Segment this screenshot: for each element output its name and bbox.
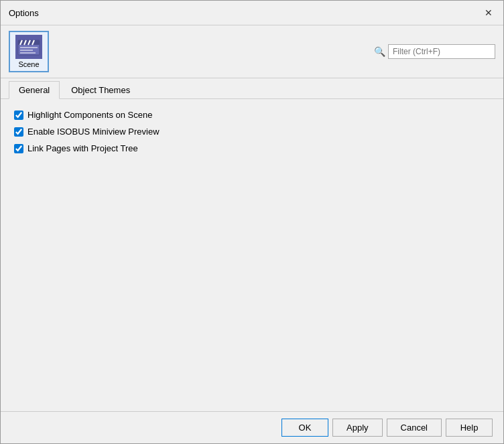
help-button[interactable]: Help (446, 419, 493, 437)
checkbox-link-pages: Link Pages with Project Tree (14, 143, 490, 153)
link-pages-label[interactable]: Link Pages with Project Tree (27, 143, 138, 153)
ok-button[interactable]: OK (281, 419, 328, 437)
isobus-label[interactable]: Enable ISOBUS Miniview Preview (27, 127, 160, 137)
tab-object-themes[interactable]: Object Themes (61, 81, 140, 98)
toolbar: Scene 🔍 (1, 25, 503, 78)
isobus-checkbox[interactable] (14, 127, 23, 137)
scene-icon (15, 35, 42, 59)
scene-icon-button[interactable]: Scene (9, 31, 49, 72)
scene-label: Scene (18, 60, 39, 68)
options-dialog: Options ✕ S (0, 0, 504, 444)
highlight-label[interactable]: Highlight Components on Scene (27, 110, 152, 120)
checkbox-isobus: Enable ISOBUS Miniview Preview (14, 127, 490, 137)
search-icon: 🔍 (374, 46, 385, 57)
dialog-title: Options (9, 8, 39, 18)
apply-button[interactable]: Apply (332, 419, 383, 437)
search-area: 🔍 (374, 44, 495, 59)
link-pages-checkbox[interactable] (14, 144, 23, 153)
footer: OK Apply Cancel Help (1, 411, 503, 443)
tab-general[interactable]: General (9, 81, 60, 99)
content-area: Highlight Components on Scene Enable ISO… (1, 99, 503, 411)
highlight-checkbox[interactable] (14, 110, 23, 120)
title-bar: Options ✕ (1, 1, 503, 25)
close-button[interactable]: ✕ (482, 6, 495, 19)
checkbox-highlight: Highlight Components on Scene (14, 110, 490, 120)
tabs-bar: General Object Themes (1, 78, 503, 99)
cancel-button[interactable]: Cancel (387, 419, 442, 437)
search-input[interactable] (388, 44, 495, 59)
